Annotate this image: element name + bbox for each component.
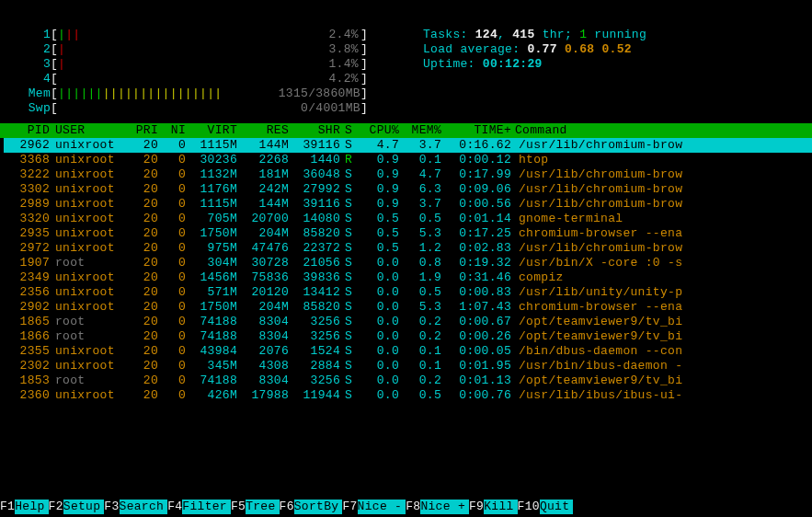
mem-pct: 3.7 bbox=[399, 197, 441, 212]
user: unixroot bbox=[51, 138, 125, 153]
virt: 1132M bbox=[186, 167, 237, 182]
col-header-user[interactable]: USER bbox=[51, 123, 125, 138]
process-row[interactable]: 2356 unixroot 20 0 571M 20120 13412 S 0.… bbox=[4, 285, 812, 300]
shr: 1440 bbox=[289, 153, 340, 167]
virt: 1115M bbox=[186, 197, 237, 212]
fkey-f5: F5 bbox=[231, 500, 246, 514]
user: root bbox=[51, 329, 125, 344]
pri: 20 bbox=[125, 256, 158, 270]
user: unixroot bbox=[51, 212, 125, 226]
col-header-shr[interactable]: SHR bbox=[289, 123, 340, 138]
pri: 20 bbox=[125, 167, 158, 182]
pid: 3302 bbox=[4, 182, 51, 197]
user: unixroot bbox=[51, 241, 125, 256]
command: /opt/teamviewer9/tv_bi bbox=[511, 373, 812, 388]
uptime-line: Uptime: 00:12:29 bbox=[423, 57, 646, 72]
col-header-cpu%[interactable]: CPU% bbox=[357, 123, 399, 138]
shr: 85820 bbox=[289, 226, 340, 241]
action-nice-+[interactable]: Nice + bbox=[420, 500, 469, 514]
col-header-virt[interactable]: VIRT bbox=[186, 123, 237, 138]
process-row[interactable]: 1866 root 20 0 74188 8304 3256 S 0.0 0.2… bbox=[4, 329, 812, 344]
shr: 13412 bbox=[289, 285, 340, 300]
process-row[interactable]: 2935 unixroot 20 0 1750M 204M 85820 S 0.… bbox=[4, 226, 812, 241]
process-table-header[interactable]: PIDUSERPRINIVIRTRESSHRSCPU%MEM%TIME+Comm… bbox=[0, 123, 812, 138]
ni: 0 bbox=[158, 256, 186, 270]
mem-pct: 0.1 bbox=[399, 153, 441, 167]
time: 0:02.83 bbox=[441, 241, 511, 256]
virt: 1115M bbox=[186, 138, 237, 153]
process-row[interactable]: 2972 unixroot 20 0 975M 47476 22372 S 0.… bbox=[4, 241, 812, 256]
user: unixroot bbox=[51, 270, 125, 285]
system-stats: Tasks: 124, 415 thr; 1 running Load aver… bbox=[423, 28, 646, 116]
process-row[interactable]: 2902 unixroot 20 0 1750M 204M 85820 S 0.… bbox=[4, 300, 812, 315]
action-help[interactable]: Help bbox=[15, 500, 48, 514]
process-row[interactable]: 1907 root 20 0 304M 30728 21056 S 0.0 0.… bbox=[4, 256, 812, 270]
fkey-f4: F4 bbox=[167, 500, 182, 514]
action-search[interactable]: Search bbox=[120, 500, 168, 514]
process-row[interactable]: 2989 unixroot 20 0 1115M 144M 39116 S 0.… bbox=[4, 197, 812, 212]
mem-pct: 1.2 bbox=[399, 241, 441, 256]
col-header-time+[interactable]: TIME+ bbox=[441, 123, 511, 138]
process-row[interactable]: 2349 unixroot 20 0 1456M 75836 39836 S 0… bbox=[4, 270, 812, 285]
process-row[interactable]: 2360 unixroot 20 0 426M 17988 11944 S 0.… bbox=[4, 388, 812, 403]
action-filter[interactable]: Filter bbox=[182, 500, 231, 514]
action-setup[interactable]: Setup bbox=[63, 500, 105, 514]
process-row[interactable]: 2355 unixroot 20 0 43984 2076 1524 S 0.0… bbox=[4, 344, 812, 359]
cpu-pct: 0.9 bbox=[357, 182, 399, 197]
col-header-res[interactable]: RES bbox=[237, 123, 289, 138]
process-row[interactable]: 3368 unixroot 20 0 30236 2268 1440 R 0.9… bbox=[4, 153, 812, 167]
res: 75836 bbox=[237, 270, 289, 285]
ni: 0 bbox=[158, 285, 186, 300]
time: 0:01.95 bbox=[441, 359, 511, 373]
pid: 2349 bbox=[4, 270, 51, 285]
process-table[interactable]: 2962 unixroot 20 0 1115M 144M 39116 S 4.… bbox=[0, 138, 812, 403]
ni: 0 bbox=[158, 182, 186, 197]
pri: 20 bbox=[125, 359, 158, 373]
action-sortby[interactable]: SortBy bbox=[294, 500, 343, 514]
process-row[interactable]: 3320 unixroot 20 0 705M 20700 14080 S 0.… bbox=[4, 212, 812, 226]
virt: 304M bbox=[186, 256, 237, 270]
col-header-ni[interactable]: NI bbox=[158, 123, 186, 138]
col-header-pid[interactable]: PID bbox=[4, 123, 51, 138]
cpu-meter-2: 2 [|3.8%] bbox=[18, 42, 368, 57]
pri: 20 bbox=[125, 212, 158, 226]
cpu-pct: 0.9 bbox=[357, 153, 399, 167]
col-header-command[interactable]: Command bbox=[511, 123, 812, 138]
pri: 20 bbox=[125, 138, 158, 153]
col-header-pri[interactable]: PRI bbox=[125, 123, 158, 138]
pid: 1865 bbox=[4, 315, 51, 329]
process-row[interactable]: 2302 unixroot 20 0 345M 4308 2884 S 0.0 … bbox=[4, 359, 812, 373]
process-row[interactable]: 3302 unixroot 20 0 1176M 242M 27992 S 0.… bbox=[4, 182, 812, 197]
user: root bbox=[51, 256, 125, 270]
user: unixroot bbox=[51, 344, 125, 359]
process-row[interactable]: 3222 unixroot 20 0 1132M 181M 36048 S 0.… bbox=[4, 167, 812, 182]
res: 2268 bbox=[237, 153, 289, 167]
mem-pct: 0.5 bbox=[399, 388, 441, 403]
virt: 74188 bbox=[186, 373, 237, 388]
cpu-mem-meters: 1 [|||2.4%]2 [|3.8%]3 [|1.4%]4 [4.2%]Mem… bbox=[18, 28, 368, 116]
pri: 20 bbox=[125, 285, 158, 300]
cpu-pct: 0.5 bbox=[357, 226, 399, 241]
process-row[interactable]: 1865 root 20 0 74188 8304 3256 S 0.0 0.2… bbox=[4, 315, 812, 329]
time: 0:01.14 bbox=[441, 212, 511, 226]
pid: 2962 bbox=[4, 138, 51, 153]
state: S bbox=[340, 285, 357, 300]
shr: 3256 bbox=[289, 329, 340, 344]
mem-pct: 0.5 bbox=[399, 212, 441, 226]
action-nice--[interactable]: Nice - bbox=[358, 500, 406, 514]
command: /usr/lib/ibus/ibus-ui- bbox=[511, 388, 812, 403]
user: root bbox=[51, 315, 125, 329]
action-tree[interactable]: Tree bbox=[246, 500, 279, 514]
col-header-mem%[interactable]: MEM% bbox=[399, 123, 441, 138]
mem-pct: 5.3 bbox=[399, 300, 441, 315]
process-row[interactable]: 2962 unixroot 20 0 1115M 144M 39116 S 4.… bbox=[4, 138, 812, 153]
state: S bbox=[340, 138, 357, 153]
action-quit[interactable]: Quit bbox=[540, 500, 573, 514]
pid: 1907 bbox=[4, 256, 51, 270]
process-row[interactable]: 1853 root 20 0 74188 8304 3256 S 0.0 0.2… bbox=[4, 373, 812, 388]
time: 0:17.99 bbox=[441, 167, 511, 182]
col-header-s[interactable]: S bbox=[340, 123, 357, 138]
ni: 0 bbox=[158, 315, 186, 329]
action-kill[interactable]: Kill bbox=[484, 500, 517, 514]
cpu-pct: 0.0 bbox=[357, 285, 399, 300]
